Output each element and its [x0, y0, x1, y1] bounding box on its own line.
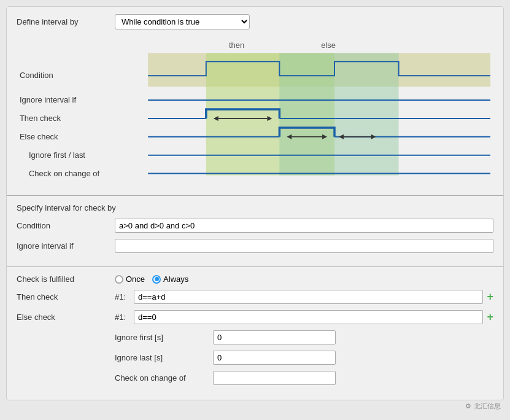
ignore-last-input[interactable]: [213, 351, 336, 365]
then-check-label: Then check: [17, 292, 115, 301]
define-label: Define interval by: [17, 17, 115, 26]
diagram-area: then else: [17, 36, 493, 183]
radio-group: Once Always: [115, 274, 188, 284]
condition-row: Condition: [17, 219, 493, 233]
always-radio-dot: [155, 277, 159, 281]
always-option[interactable]: Always: [152, 274, 188, 284]
ignore-interval-input[interactable]: [115, 239, 493, 253]
once-option[interactable]: Once: [115, 274, 145, 284]
else-label: else: [321, 41, 336, 50]
ignore-first-input[interactable]: [213, 330, 336, 344]
define-interval-dropdown[interactable]: While condition is true While condition …: [115, 14, 250, 29]
specify-section: Specify interval for check by Condition …: [7, 196, 503, 266]
fulfilled-row: Check is fulfilled Once Always: [17, 274, 493, 284]
ignore-first-label: Ignore first [s]: [115, 333, 213, 342]
label-ignore-first: Ignore first / last: [29, 150, 85, 160]
watermark-text: 北汇信息: [474, 402, 501, 406]
else-check-label: Else check: [17, 313, 115, 322]
condition-label: Condition: [17, 221, 115, 230]
ignore-interval-row: Ignore interval if: [17, 239, 493, 253]
else-check-input[interactable]: [134, 310, 483, 324]
once-radio[interactable]: [115, 275, 123, 284]
nested-rows: Ignore first [s] Ignore last [s] Check o…: [115, 330, 493, 385]
else-plus-button[interactable]: +: [487, 311, 493, 324]
else-check-row: Else check #1: +: [17, 310, 493, 324]
check-change-input[interactable]: [213, 371, 336, 385]
define-section: Define interval by While condition is tr…: [7, 7, 503, 195]
label-ignore-interval: Ignore interval if: [20, 95, 76, 104]
label-check-change: Check on change of: [29, 169, 99, 178]
always-radio[interactable]: [152, 275, 161, 284]
then-number: #1:: [115, 292, 130, 301]
then-label: then: [229, 41, 244, 50]
diagram-svg: then else: [17, 36, 493, 183]
watermark: ⚙ 北汇信息: [465, 402, 501, 406]
define-row: Define interval by While condition is tr…: [17, 14, 493, 29]
fulfilled-label: Check is fulfilled: [17, 274, 115, 284]
label-else-check: Else check: [20, 132, 58, 141]
always-label: Always: [163, 274, 188, 284]
ignore-last-label: Ignore last [s]: [115, 353, 213, 362]
main-container: Define interval by While condition is tr…: [6, 6, 504, 400]
once-label: Once: [126, 274, 145, 284]
ignore-last-row: Ignore last [s]: [115, 351, 493, 365]
specify-header: Specify interval for check by: [17, 203, 493, 212]
bg-else: [279, 53, 398, 175]
label-condition: Condition: [20, 71, 53, 80]
then-check-input[interactable]: [134, 290, 483, 304]
condition-input[interactable]: [115, 219, 493, 233]
else-number: #1:: [115, 313, 130, 322]
check-change-label: Check on change of: [115, 373, 213, 383]
check-fulfilled-section: Check is fulfilled Once Always Then chec…: [7, 267, 503, 400]
ignore-first-row: Ignore first [s]: [115, 330, 493, 344]
check-change-row: Check on change of: [115, 371, 493, 385]
then-check-row: Then check #1: +: [17, 290, 493, 304]
watermark-icon: ⚙: [465, 402, 471, 406]
then-plus-button[interactable]: +: [487, 290, 493, 303]
label-then-check: Then check: [20, 114, 61, 123]
ignore-interval-label: Ignore interval if: [17, 241, 115, 251]
